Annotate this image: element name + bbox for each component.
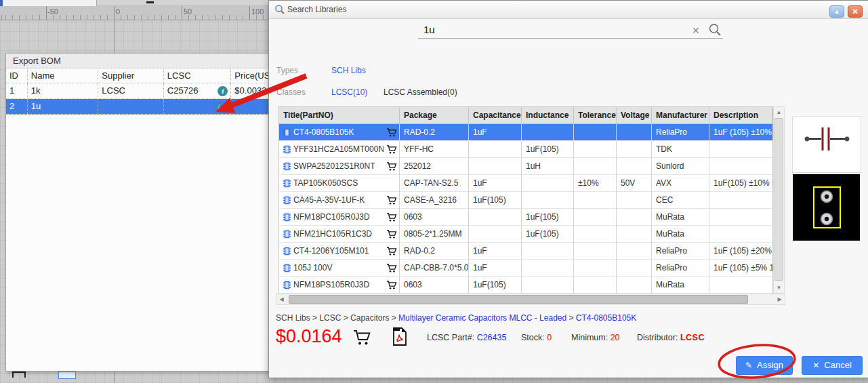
column-header-voltage[interactable]: Voltage (617, 107, 652, 123)
part-capacitance-cell: 1uF(105) (469, 192, 522, 208)
lcsc-part-number: LCSC Part#: C26435 (427, 333, 506, 342)
bom-cell-id: 2 (6, 99, 28, 114)
part-title: CT4-1206Y105M101 (293, 243, 384, 259)
add-to-cart-icon[interactable] (386, 195, 397, 205)
part-title-cell: TAP105K050SCS (279, 175, 400, 191)
add-to-cart-icon[interactable] (386, 229, 397, 239)
part-title-cell: CT4-1206Y105M101 (279, 243, 400, 259)
info-icon[interactable]: i (218, 86, 228, 96)
clear-search-icon[interactable]: ✕ (692, 25, 700, 36)
bom-col-id[interactable]: ID (6, 68, 28, 83)
minimum-label: Minimum: (571, 333, 611, 342)
cart-icon[interactable] (352, 329, 371, 349)
column-header-tolerance[interactable]: Tolerance (574, 107, 617, 123)
column-header-package[interactable]: Package (400, 107, 469, 123)
part-row[interactable]: YFF31HC2A105MT000NYFF-HC1uF(105)TDK (279, 141, 772, 158)
capacitor-symbol (793, 117, 861, 172)
part-row[interactable]: NFM18PS105R0J3D06031uF(105)MuRata (279, 277, 772, 294)
bom-cell-supplier (98, 99, 164, 114)
add-to-cart-icon[interactable] (386, 144, 397, 155)
part-row[interactable]: SWPA252012S1R0NT2520121uHSunlord (279, 158, 772, 175)
canvas-partial-selected-component (58, 371, 76, 379)
bom-row-2-selected[interactable]: 2 1u i (6, 99, 277, 115)
assign-button[interactable]: ✎Assign (736, 356, 793, 375)
breadcrumb-category-link[interactable]: Multilayer Ceramic Capacitors MLCC - Lea… (398, 313, 566, 323)
part-voltage-cell: 50V (617, 175, 652, 191)
column-header-inductance[interactable]: Inductance (522, 107, 574, 123)
part-capacitance-cell (469, 209, 522, 225)
column-header-manufacturer[interactable]: Manufacturer (652, 107, 709, 123)
info-icon[interactable]: i (213, 102, 224, 112)
part-row-selected[interactable]: CT4-0805B105KRAD-0.21uFReliaPro1uF (105)… (279, 124, 772, 141)
add-to-cart-icon[interactable] (386, 263, 397, 273)
dialog-titlebar[interactable]: Search Libraries ▲ ✕ (269, 1, 868, 19)
part-package-cell: RAD-0.2 (400, 243, 469, 259)
bom-col-supplier[interactable]: Supplier (98, 68, 164, 83)
bom-header-row: ID Name Supplier LCSC Price(US (6, 68, 277, 83)
pdf-datasheet-icon[interactable] (392, 327, 408, 349)
lcsc-part-link[interactable]: C26435 (477, 333, 507, 342)
horizontal-scrollbar[interactable]: ◀ ▶ (276, 294, 785, 305)
column-header-title-partno-[interactable]: Title(PartNO) (279, 107, 400, 123)
bom-lcsc-code: C25726 (167, 85, 199, 96)
part-manufacturer-cell: ReliaPro (652, 124, 709, 140)
breadcrumb-part-link[interactable]: CT4-0805B105K (576, 313, 636, 323)
add-to-cart-icon[interactable] (386, 280, 397, 290)
scroll-up-icon[interactable]: ▲ (774, 107, 784, 117)
part-description-cell (709, 209, 772, 225)
part-voltage-cell (617, 124, 652, 140)
tab-dash-icon (146, 1, 154, 3)
scroll-down-icon[interactable]: ▼ (774, 283, 784, 293)
part-voltage-cell (617, 243, 652, 259)
part-title: NFM21HC105R1C3D (293, 226, 384, 242)
breadcrumb-path: SCH Libs > LCSC > Capacitors > (276, 313, 398, 323)
part-row[interactable]: CT4-1206Y105M101RAD-0.21uFReliaPro1uF (1… (279, 243, 772, 260)
part-title: YFF31HC2A105MT000N (293, 141, 384, 157)
search-submit-icon[interactable] (708, 23, 722, 39)
search-input[interactable] (418, 21, 723, 39)
column-header-capacitance[interactable]: Capacitance (469, 107, 522, 123)
add-to-cart-icon[interactable] (386, 246, 397, 256)
add-to-cart-icon[interactable] (386, 212, 397, 222)
part-row[interactable]: CA45-A-35V-1UF-KCASE-A_32161uF(105)CEC (279, 192, 772, 209)
part-row[interactable]: NFM21HC105R1C3D0805-2*1.25MM1uF(105)MuRa… (279, 226, 772, 243)
parts-table-body: CT4-0805B105KRAD-0.21uFReliaPro1uF (105)… (279, 124, 772, 294)
filter-lcsc-assembled[interactable]: LCSC Assembled(0) (384, 87, 457, 97)
part-title-cell: CT4-0805B105K (279, 124, 400, 140)
ic-chip-icon (283, 145, 291, 154)
horizontal-scrollbar-thumb[interactable] (289, 295, 748, 304)
part-row[interactable]: 105J 100VCAP-CBB-7.0*5.01uFReliaPro1uF (… (279, 260, 772, 277)
bom-col-lcsc[interactable]: LCSC (164, 68, 232, 83)
vertical-scrollbar[interactable]: ▲ ▼ (773, 106, 785, 294)
part-tolerance-cell (574, 277, 617, 293)
part-row[interactable]: NFM18PC105R0J3D06031uF(105)MuRata (279, 209, 772, 226)
column-header-description[interactable]: Description (709, 107, 772, 123)
part-capacitance-cell (469, 226, 522, 242)
collapse-dialog-button[interactable]: ▲ (829, 5, 844, 18)
ruler-label: 50 (184, 7, 192, 16)
scroll-left-icon[interactable]: ◀ (276, 294, 287, 304)
add-to-cart-icon[interactable] (386, 127, 397, 138)
document-tab[interactable] (3, 0, 97, 6)
stock: Stock: 0 (521, 333, 552, 342)
export-bom-window: Export BOM ID Name Supplier LCSC Price(U… (5, 53, 278, 371)
scroll-right-icon[interactable]: ▶ (774, 294, 785, 304)
part-title-cell: NFM21HC105R1C3D (279, 226, 400, 242)
distributor: Distributor: LCSC (637, 333, 705, 342)
part-tolerance-cell: ±10% (574, 175, 617, 191)
vertical-scrollbar-thumb[interactable] (774, 118, 783, 281)
bom-row-1[interactable]: 1 1k LCSC C25726i $0.0032 (6, 83, 277, 99)
part-row[interactable]: TAP105K050SCSCAP-TAN-S2.51uF±10%50VAVX1u… (279, 175, 772, 192)
cancel-button[interactable]: ✕Cancel (802, 356, 863, 375)
part-title-cell: NFM18PC105R0J3D (279, 209, 400, 225)
part-description-cell: 1uF (105) ±5% 1 (709, 260, 772, 276)
part-tolerance-cell (574, 260, 617, 276)
close-dialog-button[interactable]: ✕ (848, 5, 863, 18)
add-to-cart-icon[interactable] (386, 161, 397, 172)
part-title-cell: SWPA252012S1R0NT (279, 158, 400, 174)
bom-cell-name: 1u (28, 99, 98, 114)
filter-sch-libs[interactable]: SCH Libs (331, 66, 366, 75)
bom-col-name[interactable]: Name (28, 68, 98, 83)
part-description-cell (709, 192, 772, 208)
filter-lcsc[interactable]: LCSC(10) (331, 87, 367, 97)
